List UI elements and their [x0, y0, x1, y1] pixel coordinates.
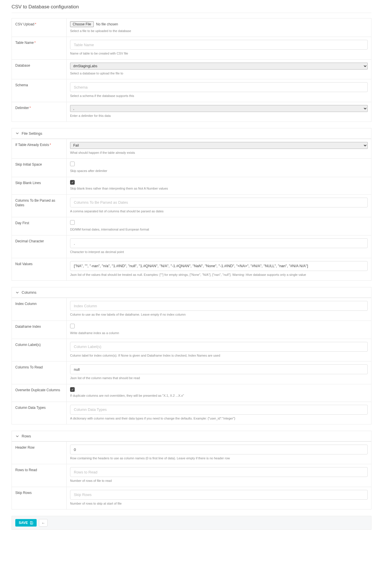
help-skip-blank-lines: Skip blank lines rather than interpretin… — [70, 186, 368, 191]
section-header-columns[interactable]: Columns — [12, 287, 371, 298]
overwrite-dup-checkbox[interactable] — [70, 387, 75, 392]
help-dataframe-index: Write dataframe index as a column — [70, 331, 368, 335]
help-header-row: Row containing the headers to use as col… — [70, 456, 368, 460]
delimiter-select[interactable]: , — [70, 105, 368, 112]
schema-input[interactable] — [70, 82, 368, 92]
label-parse-dates: Columns To Be Parsed as Dates — [12, 195, 67, 217]
help-database: Select a database to upload the file to — [70, 71, 368, 76]
help-delimiter: Enter a delimiter for this data — [70, 114, 368, 118]
back-button[interactable]: ← — [39, 519, 48, 527]
help-overwrite-dup: If duplicate columns are not overridden,… — [70, 394, 368, 398]
label-day-first: Day First — [12, 217, 67, 235]
help-parse-dates: A comma separated list of columns that s… — [70, 209, 368, 214]
label-columns-to-read: Columns To Read — [12, 362, 67, 384]
label-rows-to-read: Rows to Read — [12, 464, 67, 486]
table-name-input[interactable] — [70, 40, 368, 50]
help-null-values: Json list of the values that should be t… — [70, 273, 368, 277]
help-columns-to-read: Json list of the column names that shoul… — [70, 376, 368, 380]
label-column-labels: Column Label(s) — [12, 339, 67, 361]
help-column-labels: Column label for index column(s). If Non… — [70, 353, 368, 358]
help-skip-initial-space: Skip spaces after delimiter — [70, 169, 368, 173]
section-header-file-settings[interactable]: File Settings — [12, 128, 371, 139]
column-dtypes-input[interactable] — [70, 405, 368, 415]
database-select[interactable]: dmStagingLabs — [70, 63, 368, 70]
day-first-checkbox[interactable] — [70, 220, 75, 225]
index-column-input[interactable] — [70, 301, 368, 311]
chevron-down-icon — [16, 132, 19, 135]
choose-file-button[interactable]: Choose File — [70, 21, 94, 27]
chevron-down-icon — [16, 291, 19, 294]
label-header-row: Header Row — [12, 442, 67, 464]
save-button[interactable]: SAVE — [15, 519, 37, 527]
panel-main: CSV Upload* Choose File No file chosen S… — [12, 18, 371, 122]
skip-blank-lines-checkbox[interactable] — [70, 180, 75, 185]
rows-to-read-input[interactable] — [70, 467, 368, 477]
label-table-name: Table Name* — [12, 37, 67, 59]
label-delimiter: Delimiter* — [12, 102, 67, 121]
header-row-input[interactable] — [70, 445, 368, 454]
help-csv-upload: Select a file to be uploaded to the data… — [70, 29, 368, 33]
help-column-dtypes: A dictionary with column names and their… — [70, 416, 368, 421]
footer: SAVE ← — [12, 516, 371, 530]
section-header-rows[interactable]: Rows — [12, 431, 371, 441]
skip-rows-input[interactable] — [70, 490, 368, 500]
label-csv-upload: CSV Upload* — [12, 18, 67, 37]
help-if-exists: What should happen if the table already … — [70, 151, 368, 155]
null-values-input[interactable] — [70, 261, 368, 271]
label-decimal: Decimal Character — [12, 235, 67, 258]
panel-columns: Columns Index Column Column to use as th… — [12, 287, 371, 424]
save-icon — [30, 521, 33, 525]
help-decimal: Character to interpret as decimal point — [70, 250, 368, 254]
help-day-first: DD/MM format dates, international and Eu… — [70, 227, 368, 232]
parse-dates-input[interactable] — [70, 198, 368, 207]
decimal-input[interactable] — [70, 238, 368, 248]
help-table-name: Name of table to be created with CSV fil… — [70, 51, 368, 56]
label-skip-initial-space: Skip Initial Space — [12, 159, 67, 177]
file-status: No file chosen — [96, 22, 118, 26]
label-index-column: Index Column — [12, 298, 67, 320]
arrow-left-icon: ← — [41, 521, 45, 525]
if-exists-select[interactable]: Fail — [70, 142, 368, 149]
columns-to-read-input[interactable] — [70, 364, 368, 374]
panel-rows: Rows Header Row Row containing the heade… — [12, 431, 371, 510]
label-column-dtypes: Column Data Types — [12, 402, 67, 424]
label-if-exists: If Table Already Exists* — [12, 139, 67, 158]
help-skip-rows: Number of rows to skip at start of file — [70, 501, 368, 506]
label-skip-rows: Skip Rows — [12, 487, 67, 509]
label-overwrite-dup: Overwrite Duplicate Columns — [12, 384, 67, 402]
label-dataframe-index: Dataframe Index — [12, 321, 67, 339]
help-schema: Select a schema if the database supports… — [70, 94, 368, 98]
chevron-down-icon — [16, 435, 19, 438]
label-schema: Schema — [12, 79, 67, 102]
help-index-column: Column to use as the row labels of the d… — [70, 312, 368, 317]
label-database: Database — [12, 60, 67, 79]
page-title: CSV to Database configuration — [12, 0, 371, 13]
column-labels-input[interactable] — [70, 342, 368, 352]
help-rows-to-read: Number of rows of file to read — [70, 479, 368, 483]
label-null-values: Null Values — [12, 258, 67, 280]
label-skip-blank-lines: Skip Blank Lines — [12, 177, 67, 194]
skip-initial-space-checkbox[interactable] — [70, 162, 75, 166]
dataframe-index-checkbox[interactable] — [70, 324, 75, 328]
panel-file-settings: File Settings If Table Already Exists* F… — [12, 128, 371, 281]
